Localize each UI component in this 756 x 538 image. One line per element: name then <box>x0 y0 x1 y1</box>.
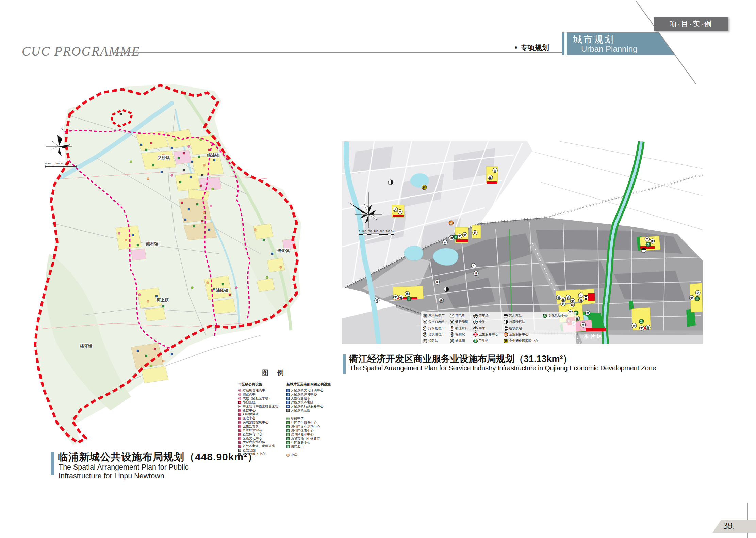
scale-labels: 0 100 200 400 800 1000m <box>359 230 395 232</box>
legend-item: 急 急救中心 <box>238 408 284 412</box>
legend-symbol-icon: 文 <box>238 437 241 440</box>
svg-text:健: 健 <box>489 176 492 179</box>
svg-text:水: 水 <box>443 241 446 244</box>
svg-text:卫: 卫 <box>695 297 699 300</box>
legend-item-list: 文 片区及镇文化活动中心 体 片区及镇体育中心 超 大型综合超市 <box>286 389 332 412</box>
legend-symbol-icon: 幼 <box>450 339 454 343</box>
legend-symbol-icon: 急 <box>238 409 241 412</box>
qujiang-caption-en: The Spatial Arrangement Plan for Service… <box>349 364 656 372</box>
legend-symbol-icon: 填 <box>423 332 427 337</box>
legend-item-label: 停车场 <box>479 314 489 318</box>
legend-symbol-icon: 体 <box>286 393 290 396</box>
legend-item: 文 区级文化中心 <box>238 436 284 440</box>
legend-symbol-icon: 血 <box>238 417 241 420</box>
legend-symbol-icon: 福 <box>450 332 454 337</box>
legend-item-label: 卫生服务中心 <box>479 332 498 337</box>
legend-item: 商 大型商贸综合体 <box>238 440 284 444</box>
legend-column-header: 市区级公共设施 <box>238 382 284 387</box>
qujiang-caption-cn: 衢江经济开发区商业服务业设施布局规划（31.13km²） <box>349 353 572 365</box>
svg-text:幼: 幼 <box>561 302 564 305</box>
legend-symbol-icon: 卫 <box>286 421 290 424</box>
legend-item-label: 污水泵站 <box>509 314 522 318</box>
legend-item: 交 公交首末站 <box>423 320 447 325</box>
legend-item: 体 居住区体育中心 <box>286 429 332 433</box>
legend-column-header: 新城片区及南部四镇公共设施 <box>286 382 332 387</box>
legend-column: ⚡ 变电所 健 健身场所 水 衢江水厂 福 福利院 <box>450 313 471 343</box>
legend-item: 福 福利院 <box>450 332 471 337</box>
legend-column-newtown: 新城片区及南部四镇公共设施 文 片区及镇文化活动中心 体 片区及镇体育中心 <box>286 382 332 457</box>
legend-item: 孵 企业孵化园实验中心 <box>504 338 540 343</box>
legend-item: 养 片区及镇养老院 <box>286 400 332 405</box>
legend-symbol-icon: 文 <box>286 389 290 392</box>
legend-column: 停 停车场 小 小学 中 中学 卫 卫生服务中心 <box>473 313 501 343</box>
legend-title: 图 例 <box>246 368 303 377</box>
caption-accent-bar <box>51 452 54 475</box>
svg-text:填: 填 <box>435 281 439 284</box>
linpu-caption-en-line1: The Spatial Arrangement Plan for Public <box>59 463 188 472</box>
legend-item-label: 健身场所 <box>455 320 468 324</box>
legend-symbol-icon: 小 <box>473 320 478 324</box>
legend-item: 疾 疾病预防控制中心 <box>238 421 284 425</box>
legend-item-label: 变电所 <box>455 314 465 318</box>
svg-text:健: 健 <box>690 296 693 299</box>
legend-item: 小 小学 <box>286 453 332 457</box>
legend-item-label: 卫生站 <box>479 339 489 343</box>
svg-text:幼: 幼 <box>586 312 589 315</box>
legend-item: 卫 卫生站 <box>473 338 501 343</box>
legend-symbol-icon: 污 <box>423 326 427 331</box>
legend-item: 园 片区及镇公园 <box>286 408 332 412</box>
legend-symbol-icon: ⚡ <box>450 314 454 318</box>
legend-item: 体 片区及镇体育中心 <box>286 393 332 397</box>
legend-item-label: 中学 <box>479 326 485 331</box>
linpu-legend: 图 例 市区级公共设施 寄 寄宿制普通高中 职 职业高中 <box>238 368 333 457</box>
legend-symbol-icon: 水 <box>450 326 454 331</box>
svg-text:卫: 卫 <box>640 320 643 323</box>
svg-text:文: 文 <box>696 291 699 295</box>
legend-item: ★ 片区及镇行政服务中心 <box>286 405 332 409</box>
svg-text:进化镇: 进化镇 <box>277 248 290 253</box>
svg-text:幼: 幼 <box>571 303 574 306</box>
svg-text:卫: 卫 <box>407 297 410 300</box>
qujiang-legend: 热 东港热电厂 交 公交首末站 污 污水处理厂 填 垃圾填埋厂 <box>421 312 576 345</box>
legend-item: 热 东港热电厂 <box>423 313 447 318</box>
corner-tag: 项·目·实·例 <box>654 17 728 31</box>
svg-text:企: 企 <box>450 222 453 225</box>
legend-item: 成 成校（区社区学校） <box>238 396 284 400</box>
svg-text:浦阳镇: 浦阳镇 <box>216 288 228 293</box>
page-number: 39. <box>723 521 735 531</box>
legend-symbol-icon: 社 <box>286 441 290 444</box>
legend-symbol-icon: 妇 <box>238 413 241 416</box>
svg-text:健: 健 <box>399 296 402 299</box>
legend-symbol-icon: 健 <box>450 320 454 324</box>
legend-item: ✚ 综合医院 <box>238 400 284 405</box>
legend-item: 小 小学 <box>473 320 501 325</box>
legend-symbol-icon: 文 <box>286 425 290 428</box>
legend-item-label: 企业孵化园实验中心 <box>509 339 538 343</box>
svg-text:文: 文 <box>394 208 397 211</box>
svg-text:卫: 卫 <box>646 243 650 246</box>
category-title-cn: 城市规划 <box>573 33 615 46</box>
svg-text:污: 污 <box>375 299 378 302</box>
legend-symbol-icon: 体 <box>286 429 290 432</box>
legend-item: ✚ 中医院（中西医结合医院） <box>238 405 284 409</box>
district-label: 东片区 <box>583 333 604 339</box>
legend-item-list: 初 初级中学 卫 社区卫生服务中心 文 居住区文化活动中心 <box>286 417 332 449</box>
svg-text:热: 热 <box>440 299 443 302</box>
legend-item: 卫 卫生服务中心 <box>473 332 501 337</box>
legend-symbol-icon: 商 <box>286 433 290 436</box>
svg-text:消: 消 <box>474 272 477 275</box>
legend-symbol-icon: 体 <box>238 433 241 436</box>
svg-text:交: 交 <box>398 210 401 213</box>
programme-title: CUC PROGRAMME <box>22 44 140 59</box>
legend-item-label: 垃圾填埋厂 <box>428 332 445 337</box>
linpu-caption-en-line2: Infrastructure for Linpu Newtown <box>59 472 188 481</box>
svg-text:⚡: ⚡ <box>580 294 581 297</box>
legend-symbol-icon: 监 <box>238 425 241 428</box>
svg-text:健: 健 <box>571 299 574 302</box>
category-title-en: Urban Planning <box>581 44 637 54</box>
legend-item: 文 居住区文化活动中心 <box>286 425 332 429</box>
legend-item: 血 血液中心 <box>238 416 284 421</box>
legend-symbol-icon: 职 <box>238 393 241 396</box>
legend-symbol-icon: 园 <box>286 409 290 412</box>
section-label: ●专项规划 <box>514 43 549 52</box>
